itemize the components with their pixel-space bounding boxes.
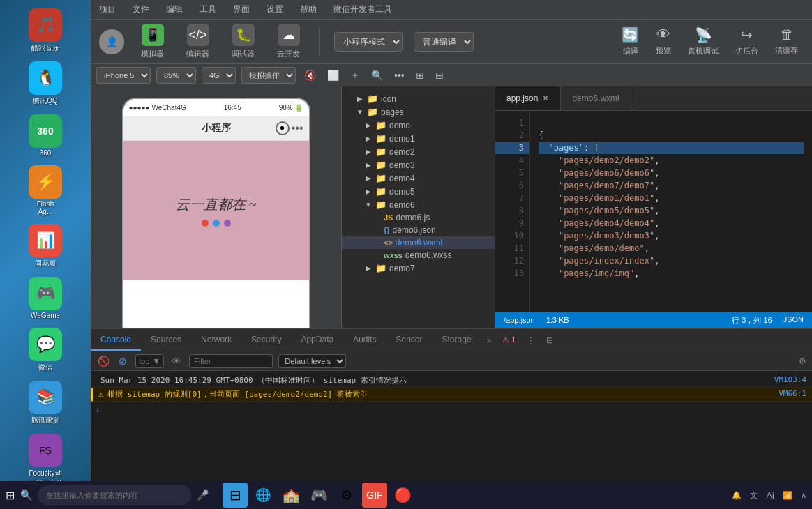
phone-more-btn[interactable]: ••• xyxy=(292,122,303,135)
screen-btn[interactable]: ⬜ xyxy=(324,68,342,82)
tab-console[interactable]: Console xyxy=(91,329,141,351)
desktop-icon-kuwo[interactable]: 🎵 酷我音乐 xyxy=(24,6,66,56)
user-avatar[interactable]: 👤 xyxy=(99,29,124,54)
menu-file[interactable]: 文件 xyxy=(130,2,152,17)
tree-demo6-wxss[interactable]: wxss demo6.wxss xyxy=(342,249,495,261)
tree-demo-folder[interactable]: ▶ 📁 demo xyxy=(342,119,495,132)
tree-icon-folder[interactable]: ▶ 📁 icon xyxy=(342,92,495,105)
console-level-select[interactable]: Default levels xyxy=(278,354,346,368)
close-app-json-icon[interactable]: ✕ xyxy=(542,93,549,103)
preview-button[interactable]: 👁 预览 xyxy=(650,24,677,59)
desktop-icon-tonghuashun[interactable]: 📊 同花顺 xyxy=(24,221,66,271)
taskbar-chrome[interactable]: 🌐 xyxy=(250,483,276,508)
taskbar-network-icon[interactable]: 📶 xyxy=(783,491,792,500)
menu-interface[interactable]: 界面 xyxy=(230,2,253,17)
tree-demo5-folder[interactable]: ▶ 📁 demo5 xyxy=(342,185,495,198)
desktop-icon-360[interactable]: 360 360 xyxy=(24,112,66,160)
realtest-button[interactable]: 📡 真机调试 xyxy=(682,24,724,59)
simulator-button[interactable]: 📱 模拟器 xyxy=(135,21,170,62)
console-clear-btn[interactable]: 🚫 xyxy=(96,354,110,368)
tab-appdata[interactable]: AppData xyxy=(291,329,343,351)
console-eye-btn[interactable]: 👁 xyxy=(170,354,183,368)
phone-record-btn[interactable]: ⏺ xyxy=(276,121,290,135)
tab-sources[interactable]: Sources xyxy=(141,329,191,351)
more-btn[interactable]: ••• xyxy=(391,68,407,82)
taskbar-notification-icon[interactable]: 🔔 xyxy=(732,491,742,500)
tab-storage[interactable]: Storage xyxy=(433,329,481,351)
line-9: 9 xyxy=(495,217,529,229)
phone-signal: ●●●●● WeChat4G xyxy=(129,104,186,112)
taskbar-lol[interactable]: 🔴 xyxy=(390,483,415,508)
code-line-3: "pages": [ xyxy=(539,142,804,154)
device-select[interactable]: iPhone 5 xyxy=(96,67,151,84)
tree-demo6-wxml[interactable]: <> demo6.wxml xyxy=(342,236,495,249)
tab-audits[interactable]: Audits xyxy=(343,329,386,351)
taskbar-gifcam[interactable]: GIF xyxy=(362,483,387,508)
tree-demo6-js[interactable]: JS demo6.js xyxy=(342,211,495,224)
desktop-icon-qq[interactable]: 🐧 腾讯QQ xyxy=(24,59,66,109)
taskbar-language-icon[interactable]: 文 xyxy=(750,490,758,501)
editor-button[interactable]: </> 编辑器 xyxy=(181,21,215,62)
desktop-icon-flash[interactable]: ⚡ Flash Ag... xyxy=(24,162,66,218)
menu-tool[interactable]: 工具 xyxy=(197,2,219,17)
add-btn[interactable]: ＋ xyxy=(347,68,363,83)
taskbar-wegame[interactable]: 🎮 xyxy=(306,483,331,508)
tree-demo2-folder[interactable]: ▶ 📁 demo2 xyxy=(342,145,495,158)
desktop-icon-wegame[interactable]: 🎮 WeGame xyxy=(24,274,66,322)
simulator-icon: 📱 xyxy=(142,24,164,46)
grid-btn[interactable]: ⊞ xyxy=(413,68,427,82)
backend-button[interactable]: ↪ 切后台 xyxy=(730,24,764,59)
debug-button[interactable]: 🐛 调试器 xyxy=(226,21,260,62)
line-12: 12 xyxy=(495,254,529,267)
tab-demo6-wxml[interactable]: demo6.wxml xyxy=(561,86,631,110)
clear-button[interactable]: 🗑 清缓存 xyxy=(769,24,804,59)
msg-source-1[interactable]: VM103:4 xyxy=(774,375,806,384)
taskbar-search-input[interactable] xyxy=(38,485,191,505)
tree-demo6-folder[interactable]: ▼ 📁 demo6 xyxy=(342,198,495,211)
console-prompt: › xyxy=(96,405,99,415)
tree-demo7-folder[interactable]: ▶ 📁 demo7 xyxy=(342,261,495,275)
sim-ops-select[interactable]: 模拟操作 xyxy=(241,67,296,84)
desktop-icon-wechat[interactable]: 💬 微信 xyxy=(24,325,66,375)
menu-edit[interactable]: 编辑 xyxy=(163,2,186,17)
tab-network[interactable]: Network xyxy=(191,329,241,351)
tree-demo4-folder[interactable]: ▶ 📁 demo4 xyxy=(342,172,495,185)
tree-demo6-json[interactable]: {} demo6.json xyxy=(342,224,495,236)
tree-demo3-folder[interactable]: ▶ 📁 demo3 xyxy=(342,158,495,172)
tab-app-json[interactable]: app.json ✕ xyxy=(495,86,561,110)
msg-source-2[interactable]: VM66:1 xyxy=(779,389,806,398)
desktop-icon-tencent-class[interactable]: 📚 腾讯课堂 xyxy=(24,378,66,428)
code-content[interactable]: { "pages": [ "pages/demo2/demo2", "pages… xyxy=(530,111,812,312)
menu-help[interactable]: 帮助 xyxy=(297,2,319,17)
layout-btn[interactable]: ⊟ xyxy=(433,68,446,82)
network-select[interactable]: 4G xyxy=(202,67,236,84)
taskbar-taskview[interactable]: ⊟ xyxy=(223,483,248,508)
cloud-button[interactable]: ☁ 云开发 xyxy=(271,21,306,62)
mode-select[interactable]: 小程序模式 xyxy=(334,32,403,52)
console-msg-2: ⚠ 根据 sitemap 的规则[0]，当前页面 [pages/demo2/de… xyxy=(91,388,812,402)
search-btn[interactable]: 🔍 xyxy=(368,68,386,82)
start-icon[interactable]: ⊞ xyxy=(6,489,15,502)
console-filter-input[interactable] xyxy=(189,354,273,368)
menu-wechat-devtools[interactable]: 微信开发者工具 xyxy=(331,2,395,17)
tab-sensor[interactable]: Sensor xyxy=(386,329,433,351)
taskbar-miniprogram[interactable]: ⚙ xyxy=(334,483,359,508)
speaker-btn[interactable]: 🔇 xyxy=(301,68,319,82)
taskbar-up-arrow[interactable]: ∧ xyxy=(801,491,806,500)
tree-pages-folder[interactable]: ▼ 📁 pages xyxy=(342,105,495,119)
tab-security[interactable]: Security xyxy=(241,329,291,351)
tree-demo1-folder[interactable]: ▶ 📁 demo1 xyxy=(342,132,495,145)
settings-icon[interactable]: ⚙ xyxy=(799,356,806,366)
menu-project[interactable]: 项目 xyxy=(96,2,119,17)
zoom-select[interactable]: 85% xyxy=(156,67,196,84)
mic-icon[interactable]: 🎤 xyxy=(197,489,209,501)
top-context-select[interactable]: top ▼ xyxy=(135,354,164,368)
compile-select[interactable]: 普通编译 xyxy=(414,32,474,52)
taskbar-changsha[interactable]: 🏫 xyxy=(278,483,303,508)
code-line-4: "pages/demo2/demo2", xyxy=(539,154,804,167)
devtools-right-icons: ⚙ xyxy=(799,356,806,366)
devtools-panel: Console Sources Network Security AppData… xyxy=(91,328,812,488)
menu-settings[interactable]: 设置 xyxy=(264,2,286,17)
console-filter-btn[interactable]: ⊘ xyxy=(116,354,130,368)
compile-button[interactable]: 🔄 编译 xyxy=(616,24,645,59)
